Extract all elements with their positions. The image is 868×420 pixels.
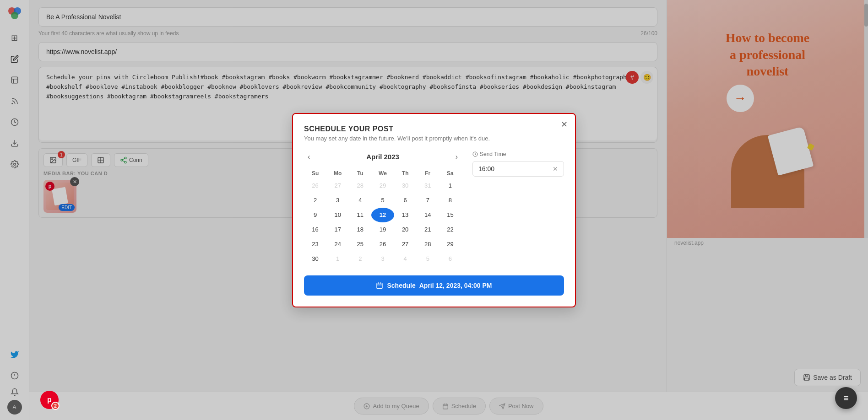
time-input-wrapper: 16:00 ✕	[472, 161, 564, 177]
calendar-week-row: 30123456	[304, 252, 461, 266]
pinterest-notification: p 2	[40, 391, 59, 409]
calendar-grid: SuMoTuWeThFrSa 2627282930311234567891011…	[304, 168, 461, 266]
schedule-btn-date: April 12, 2023, 04:00 PM	[419, 282, 492, 289]
calendar-month: April 2023	[366, 153, 399, 161]
calendar-day[interactable]: 8	[439, 193, 461, 208]
calendar-prev-button[interactable]: ‹	[304, 151, 314, 163]
calendar-day[interactable]: 18	[349, 222, 371, 237]
svg-rect-35	[377, 283, 382, 288]
modal-subtitle: You may set any date in the future. We'l…	[304, 135, 564, 142]
calendar-weekday: Fr	[417, 168, 439, 178]
calendar-week-row: 2345678	[304, 193, 461, 208]
calendar-week-row: 2627282930311	[304, 178, 461, 193]
calendar-weekday: Su	[304, 168, 326, 178]
calendar-day[interactable]: 6	[394, 193, 417, 208]
modal-close-button[interactable]: ✕	[561, 119, 568, 129]
calendar-day[interactable]: 4	[349, 193, 371, 208]
calendar-day[interactable]: 24	[326, 237, 349, 252]
schedule-modal: ✕ SCHEDULE YOUR POST You may set any dat…	[292, 113, 576, 307]
calendar-day[interactable]: 26	[371, 237, 394, 252]
calendar-next-button[interactable]: ›	[452, 151, 461, 163]
calendar-day[interactable]: 10	[326, 208, 349, 222]
calendar-day[interactable]: 2	[304, 193, 326, 208]
calendar-day[interactable]: 6	[439, 252, 461, 266]
calendar-weekdays-row: SuMoTuWeThFrSa	[304, 168, 461, 178]
calendar-day[interactable]: 17	[326, 222, 349, 237]
modal-title: SCHEDULE YOUR POST	[304, 125, 564, 133]
modal-overlay: ✕ SCHEDULE YOUR POST You may set any dat…	[0, 0, 868, 420]
calendar-week-row: 16171819202122	[304, 222, 461, 237]
confirm-schedule-button[interactable]: Schedule April 12, 2023, 04:00 PM	[304, 275, 564, 296]
calendar-week-row: 23242526272829	[304, 237, 461, 252]
calendar-day[interactable]: 27	[326, 178, 349, 193]
calendar-day[interactable]: 23	[304, 237, 326, 252]
calendar-day[interactable]: 3	[371, 252, 394, 266]
calendar-day[interactable]: 29	[371, 178, 394, 193]
pinterest-notification-count: 2	[51, 402, 60, 410]
calendar-day[interactable]: 22	[439, 222, 461, 237]
time-picker: Send Time 16:00 ✕	[472, 151, 564, 266]
calendar-day[interactable]: 5	[371, 193, 394, 208]
calendar-day[interactable]: 4	[394, 252, 417, 266]
calendar-day[interactable]: 5	[417, 252, 439, 266]
calendar-header: ‹ April 2023 ›	[304, 151, 461, 163]
calendar-day[interactable]: 29	[439, 237, 461, 252]
calendar-day[interactable]: 1	[326, 252, 349, 266]
calendar-day[interactable]: 21	[417, 222, 439, 237]
calendar-day[interactable]: 27	[394, 237, 417, 252]
calendar-day[interactable]: 20	[394, 222, 417, 237]
time-value: 16:00	[478, 165, 494, 172]
calendar-day[interactable]: 30	[394, 178, 417, 193]
calendar-day[interactable]: 11	[349, 208, 371, 222]
calendar-day[interactable]: 25	[349, 237, 371, 252]
calendar-weekday: We	[371, 168, 394, 178]
calendar-day[interactable]: 28	[417, 237, 439, 252]
calendar-day[interactable]: 2	[349, 252, 371, 266]
fab-button[interactable]: ≡	[835, 387, 857, 409]
calendar-weekday: Tu	[349, 168, 371, 178]
calendar-day[interactable]: 19	[371, 222, 394, 237]
calendar-day[interactable]: 7	[417, 193, 439, 208]
send-time-label: Send Time	[472, 151, 564, 157]
schedule-btn-text: Schedule	[387, 282, 415, 289]
calendar-day[interactable]: 31	[417, 178, 439, 193]
calendar-weekday: Th	[394, 168, 417, 178]
calendar: ‹ April 2023 › SuMoTuWeThFrSa 2627282930…	[304, 151, 461, 266]
calendar-day[interactable]: 3	[326, 193, 349, 208]
calendar-day[interactable]: 14	[417, 208, 439, 222]
calendar-weekday: Mo	[326, 168, 349, 178]
calendar-body: 2627282930311234567891011121314151617181…	[304, 178, 461, 266]
calendar-day[interactable]: 1	[439, 178, 461, 193]
calendar-day[interactable]: 28	[349, 178, 371, 193]
calendar-weekday: Sa	[439, 168, 461, 178]
calendar-day[interactable]: 30	[304, 252, 326, 266]
calendar-day[interactable]: 9	[304, 208, 326, 222]
calendar-day[interactable]: 15	[439, 208, 461, 222]
calendar-day[interactable]: 13	[394, 208, 417, 222]
calendar-day[interactable]: 16	[304, 222, 326, 237]
calendar-day[interactable]: 26	[304, 178, 326, 193]
calendar-week-row: 9101112131415	[304, 208, 461, 222]
time-clear-button[interactable]: ✕	[553, 165, 558, 172]
modal-body: ‹ April 2023 › SuMoTuWeThFrSa 2627282930…	[304, 151, 564, 266]
calendar-day[interactable]: 12	[371, 208, 394, 222]
